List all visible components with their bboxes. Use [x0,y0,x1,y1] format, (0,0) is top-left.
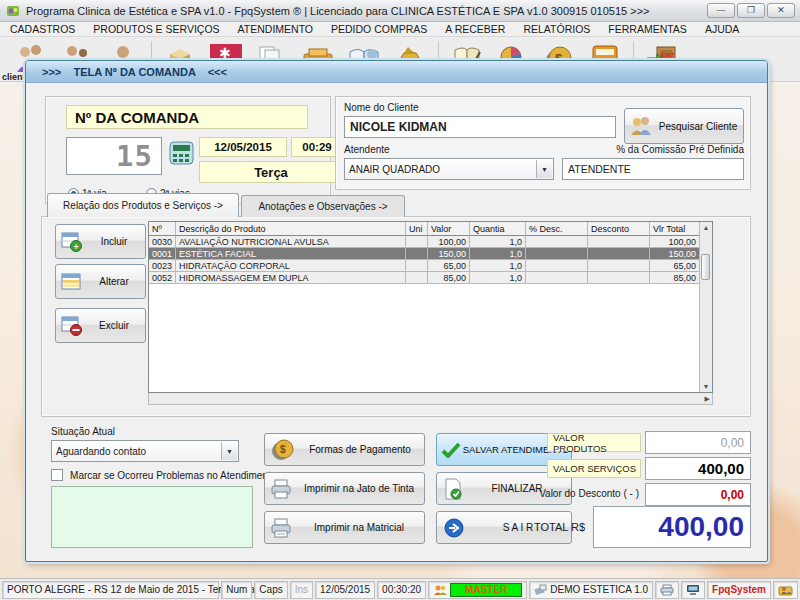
col-pdesc: % Desc. [526,222,588,236]
menu-cadastros[interactable]: CADASTROS [10,23,75,35]
imprimir-jato-label: Imprimir na Jato de Tinta [294,483,424,494]
search-client-icon [629,116,653,136]
status-device-panel[interactable] [681,581,705,599]
attendant-select[interactable]: ANAIR QUADRADO ▼ [344,158,554,180]
menu-ferramentas[interactable]: FERRAMENTAS [608,23,687,35]
status-printer-panel[interactable] [655,581,679,599]
scroll-right-icon[interactable]: ▶ [705,395,710,403]
incluir-button[interactable]: + Incluir [55,224,146,259]
menu-ajuda[interactable]: AJUDA [705,23,739,35]
svg-text:EXIT: EXIT [661,52,675,58]
status-time: 00:30:20 [377,581,426,599]
search-client-button[interactable]: Pesquisar Cliente [624,108,744,144]
client-name-input[interactable]: NICOLE KIDMAN [344,116,616,138]
chevron-down-icon: ▼ [221,442,237,460]
situacao-select[interactable]: Aguardando contato ▼ [51,440,239,462]
table-row-selected[interactable]: 0001 ESTÉTICA FACIAL 150,00 1,0 150,00 [149,248,699,260]
tab-produtos-servicos[interactable]: Relação dos Produtos e Serviços -> [47,193,239,217]
monitor-icon [686,584,700,596]
situacao-value: Aguardando contato [56,446,146,457]
situacao-label: Situação Atual [51,426,115,437]
total-value: 400,00 [593,506,751,548]
excluir-label: Excluir [83,320,145,331]
add-record-icon: + [61,232,83,252]
problema-checkbox[interactable]: Marcar se Ocorreu Problemas no Atendimen… [51,469,276,481]
minimize-button[interactable]: — [707,3,735,18]
app-icon [6,4,20,18]
chevron-down-icon: ▼ [536,160,552,178]
col-num: Nº [149,222,176,236]
valor-produtos-label: VALOR PRODUTOS [547,433,641,452]
scroll-thumb[interactable] [701,254,710,280]
finalize-doc-icon [443,478,463,500]
col-total: Vlr Total [650,222,699,236]
table-row[interactable]: 0052 HIDROMASSAGEM EM DUPLA 85,00 1,0 85… [149,272,699,284]
desconto-label: Valor do Desconto ( - ) [534,488,639,499]
status-brand: FpqSystem [707,581,771,599]
client-name-label: Nome do Cliente [344,102,418,113]
table-hscrollbar[interactable]: ▶ [148,393,713,405]
window-title: Programa Clinica de Estética e SPA v1.0 … [26,5,650,17]
imprimir-jato-button[interactable]: Imprimir na Jato de Tinta [264,472,425,505]
products-group: + Incluir Alterar Excluir Nº Descrição d… [41,216,751,417]
desconto-value: 0,00 [645,483,751,506]
close-button[interactable]: ✕ [767,3,795,18]
incluir-label: Incluir [83,236,145,247]
status-location: PORTO ALEGRE - RS 12 de Maio de 2015 - T… [2,581,219,599]
observacao-textarea[interactable] [51,486,253,548]
svg-text:$: $ [280,444,286,455]
comanda-number-field[interactable]: 15 [66,137,162,175]
status-ins: Ins [290,581,313,599]
svg-text:+: + [73,241,78,251]
imprimir-matricial-button[interactable]: Imprimir na Matricial [264,511,425,544]
users-folder-icon [778,584,793,596]
checkbox-unchecked-icon [51,469,63,481]
menu-pedido-compras[interactable]: PEDIDO COMPRAS [331,23,427,35]
scroll-up-icon[interactable]: ▲ [703,222,710,233]
col-desc: Descrição do Produto [176,222,406,236]
comanda-lookup-icon[interactable] [169,141,194,167]
scroll-down-icon[interactable]: ▼ [703,381,710,392]
alterar-button[interactable]: Alterar [55,264,146,299]
payment-coin-icon: $ [270,438,296,462]
printer-matrix-icon [270,517,294,539]
status-num: Num [221,581,252,599]
status-date: 12/05/2015 [315,581,375,599]
alterar-label: Alterar [83,276,145,287]
commission-input[interactable]: ATENDENTE [562,158,744,180]
status-license-panel: DEMO ESTETICA 1.0 [529,581,653,599]
products-table: Nº Descrição do Produto Uni Valor Quanti… [148,221,713,405]
search-client-label: Pesquisar Cliente [653,121,743,132]
table-row[interactable]: 0030 AVALIAÇÃO NUTRICIONAL AVULSA 100,00… [149,236,699,248]
printer-icon [660,584,674,596]
col-desconto: Desconto [588,222,650,236]
formas-pagamento-label: Formas de Pagamento [296,444,424,455]
table-header: Nº Descrição do Produto Uni Valor Quanti… [149,222,699,236]
tab-anotacoes[interactable]: Anotações e Observações -> [241,195,405,217]
col-valor: Valor [428,222,470,236]
restore-button[interactable]: ❐ [737,3,765,18]
valor-servicos-label: VALOR SERVIÇOS [547,459,641,478]
comanda-weekday: Terça [199,161,343,183]
app-titlebar: Programa Clinica de Estética e SPA v1.0 … [0,0,800,22]
menu-atendimento[interactable]: ATENDIMENTO [238,23,313,35]
user-icon [433,584,447,596]
menu-produtos-servicos[interactable]: PRODUTOS E SERVIÇOS [93,23,219,35]
comanda-dialog: >>> TELA Nº DA COMANDA <<< Nº DA COMANDA… [25,60,768,562]
formas-pagamento-button[interactable]: $ Formas de Pagamento [264,433,425,466]
menu-a-receber[interactable]: A RECEBER [445,23,505,35]
status-users-panel[interactable] [773,581,798,599]
delete-record-icon [61,316,83,336]
table-vscrollbar[interactable]: ▲ ▼ [699,222,712,392]
dialog-titlebar[interactable]: >>> TELA Nº DA COMANDA <<< [26,61,767,83]
excluir-button[interactable]: Excluir [55,308,146,343]
commission-label: % da Comissão Pré Definida [568,144,744,155]
exit-arrow-icon [443,517,465,539]
status-user: MASTER [450,583,522,597]
table-row[interactable]: 0023 HIDRATAÇÃO CORPORAL 65,00 1,0 65,00 [149,260,699,272]
statusbar: PORTO ALEGRE - RS 12 de Maio de 2015 - T… [0,578,800,600]
client-panel: Nome do Cliente NICOLE KIDMAN Pesquisar … [335,96,751,190]
menu-relatorios[interactable]: RELATÓRIOS [523,23,590,35]
check-icon [441,442,461,458]
printer-icon [270,478,294,500]
